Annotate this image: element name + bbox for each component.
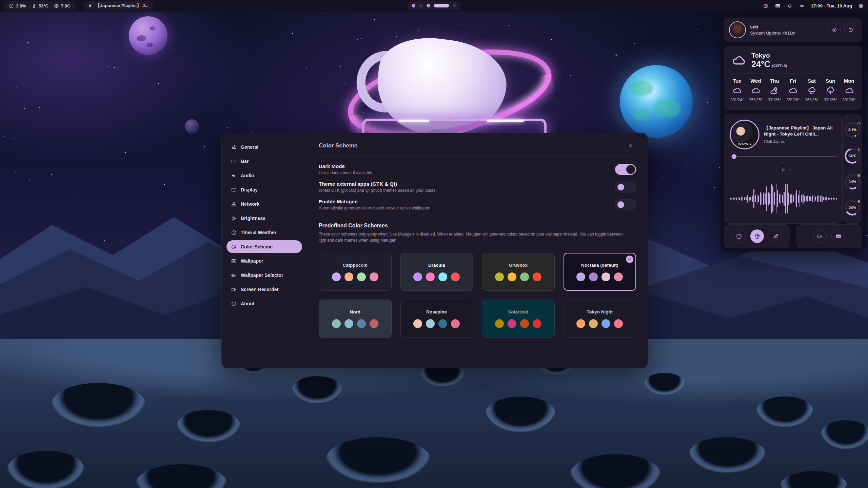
small-moon xyxy=(185,119,199,134)
monitor-icon xyxy=(231,187,237,193)
forecast-temps: 35°/26° xyxy=(786,98,800,102)
network-icon[interactable] xyxy=(763,3,769,9)
sidebar-item-time-weather[interactable]: Time & Weather xyxy=(226,226,302,239)
sidebar-item-about[interactable]: About xyxy=(226,297,302,310)
sidebar-item-wallpaper-selector[interactable]: Wallpaper Selector xyxy=(226,269,302,282)
scheme-card-noctalia-default-[interactable]: Noctalia (default) xyxy=(564,253,636,291)
cloud-icon xyxy=(730,54,747,68)
bell-icon[interactable] xyxy=(787,3,793,9)
sidebar-item-color-scheme[interactable]: Color Scheme xyxy=(226,240,302,253)
color-swatch xyxy=(344,319,353,328)
visualizer-bar xyxy=(810,196,811,201)
progress-knob[interactable] xyxy=(732,154,736,159)
enable-matugen-toggle[interactable] xyxy=(615,199,636,210)
sidebar-item-label: Network xyxy=(241,201,259,207)
clock[interactable]: 17:09 - Tue, 19 Aug xyxy=(811,3,852,8)
forecast-day-name: Thu xyxy=(770,78,779,84)
workspace-dot-5[interactable] xyxy=(453,4,456,7)
sidebar-item-wallpaper[interactable]: Wallpaper xyxy=(226,255,302,267)
system-uptime: System Uptime: 4h11m xyxy=(750,30,795,36)
toggle-desc: Use a dark variant if available. xyxy=(319,170,373,175)
gauge-memory: 14% xyxy=(845,174,860,189)
sidebar-item-audio[interactable]: Audio xyxy=(226,169,302,182)
visualizer-bar xyxy=(823,197,824,200)
visualizer-bar xyxy=(755,195,756,202)
visualizer-bar xyxy=(791,194,792,204)
wallpaper-button[interactable] xyxy=(831,229,845,243)
scheme-card-tokyo-night[interactable]: Tokyo Night xyxy=(564,300,636,338)
forecast-day: Fri35°/26° xyxy=(786,78,800,102)
forecast-day: Mon33°/26° xyxy=(842,78,856,102)
visualizer-bar xyxy=(774,192,775,205)
sidebar-item-label: Time & Weather xyxy=(241,230,276,235)
forecast-temps: 33°/26° xyxy=(842,98,856,102)
sidebar-item-label: Screen Recorder xyxy=(241,287,279,292)
widgets-icon[interactable] xyxy=(858,3,864,9)
wallpaper-icon[interactable] xyxy=(775,3,781,9)
workspace-dot-1[interactable] xyxy=(412,4,415,7)
gauge-disk: 24% xyxy=(845,200,860,216)
workspace-dot-4[interactable] xyxy=(434,4,449,7)
visualizer-bar xyxy=(771,184,772,214)
visualizer-bar xyxy=(817,196,818,202)
scheme-swatches xyxy=(413,272,460,281)
close-button[interactable] xyxy=(625,140,636,151)
visualizer-bar xyxy=(736,198,737,200)
bar-stat-value: 53°C xyxy=(39,3,48,8)
cloud-icon xyxy=(732,86,742,95)
scheme-card-catppuccin[interactable]: Catppuccin xyxy=(319,253,392,291)
section-title: Predefined Color Schemes xyxy=(319,223,636,229)
power-button[interactable] xyxy=(844,23,857,36)
crater xyxy=(7,451,85,488)
visualizer-bar xyxy=(800,190,801,207)
sidebar-item-display[interactable]: Display xyxy=(226,183,302,196)
scheme-card-gruvbox[interactable]: Gruvbox xyxy=(482,253,555,291)
forecast-temps: 33°/26° xyxy=(824,98,837,102)
sidebar-item-brightness[interactable]: Brightness xyxy=(226,212,302,225)
gauge-gauge: 3.1% xyxy=(845,122,860,138)
volume-icon[interactable] xyxy=(799,3,805,9)
sidebar-item-label: Bar xyxy=(241,159,249,164)
visualizer-bar xyxy=(828,198,829,200)
sidebar-item-network[interactable]: Network xyxy=(226,198,302,210)
visualizer-bar xyxy=(750,197,751,201)
sidebar-item-general[interactable]: General xyxy=(226,141,302,154)
scheme-card-rosepine[interactable]: Rosepine xyxy=(400,300,473,338)
visualizer-bar xyxy=(833,198,834,200)
progress-slider[interactable] xyxy=(730,154,837,159)
scheme-card-nord[interactable]: Nord xyxy=(319,300,392,338)
theme-external-apps-toggle[interactable] xyxy=(615,182,636,192)
storm-icon xyxy=(826,86,835,95)
visualizer-bar xyxy=(836,198,837,200)
sidebar-item-screen-recorder[interactable]: Screen Recorder xyxy=(226,283,302,296)
settings-button[interactable] xyxy=(828,23,841,36)
bar-media-pill[interactable]: 【Japanese Playlist】 J... xyxy=(83,1,153,11)
workspace-dot-2[interactable] xyxy=(419,4,423,7)
scheme-grid: CatppuccinDraculaGruvboxNoctalia (defaul… xyxy=(319,253,636,338)
color-swatch xyxy=(520,319,529,328)
video-button[interactable] xyxy=(813,229,827,243)
scheme-swatches xyxy=(413,319,460,328)
scheme-card-dracula[interactable]: Dracula xyxy=(400,253,473,291)
gauge-button[interactable] xyxy=(732,229,746,243)
dark-mode-toggle[interactable] xyxy=(615,164,636,175)
scheme-name: Tokyo Night xyxy=(587,309,613,314)
scheme-swatches xyxy=(332,319,378,328)
scheme-swatches xyxy=(495,272,541,281)
crater xyxy=(292,376,342,403)
sidebar-item-label: Wallpaper xyxy=(241,258,263,264)
track-artist: Chill Japan. xyxy=(764,139,837,144)
sidebar-item-bar[interactable]: Bar xyxy=(226,155,302,168)
leaf-button[interactable] xyxy=(769,229,782,243)
album-art-text: TOKYO L xyxy=(731,142,758,145)
color-swatch xyxy=(413,272,422,281)
scheme-name: Gruvbox xyxy=(509,263,528,268)
scales-button[interactable] xyxy=(750,229,764,243)
scheme-card-solarized[interactable]: Solarized xyxy=(482,300,555,338)
bar-stat: 3.8% xyxy=(9,3,26,8)
visualizer-bar xyxy=(809,196,810,201)
pause-button[interactable] xyxy=(776,162,791,177)
workspace-dot-3[interactable] xyxy=(427,4,430,7)
visualizer-bar xyxy=(815,197,816,201)
info-icon xyxy=(231,301,237,307)
